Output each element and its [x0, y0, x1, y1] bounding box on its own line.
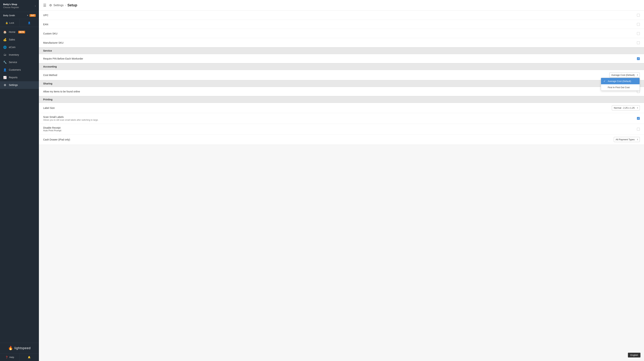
dropdown-option-average[interactable]: ✓ Average Cost (Default) [601, 78, 640, 84]
notifications-button[interactable]: 🔔 [20, 354, 39, 361]
help-button[interactable]: ❓ Help [0, 354, 20, 361]
sidebar-item-label-settings: Settings [9, 84, 18, 86]
sidebar-logo: 🔥 lightspeed [0, 343, 39, 353]
cost-method-value: Average Cost (Default) [611, 74, 635, 76]
section-header-accounting: Accounting [39, 63, 644, 70]
lock-icon: 🔒 [5, 21, 8, 24]
control-manufacturer-sku [637, 41, 640, 44]
row-custom-sku: Custom SKU [39, 29, 644, 38]
switch-button[interactable]: 👤 [20, 19, 39, 27]
row-manufacturer-sku: Manufacturer SKU [39, 38, 644, 47]
label-cash-drawer: Cash Drawer (iPad only) [43, 138, 614, 141]
settings-gear-icon: ⚙ [49, 3, 52, 7]
checkbox-ean[interactable] [637, 23, 640, 26]
help-label: Help [9, 356, 14, 359]
hamburger-menu[interactable]: ☰ [43, 3, 46, 7]
help-icon: ❓ [5, 356, 8, 359]
sidebar-item-home[interactable]: 🏠 Home BETA [0, 28, 39, 36]
cost-method-dropdown: ✓ Average Cost (Default) First In First … [601, 78, 640, 91]
scan-small-title: Scan Small Labels [43, 116, 637, 118]
lightspeed-logo: 🔥 lightspeed [8, 346, 30, 351]
sidebar-item-service[interactable]: 🔧 Service [0, 58, 39, 66]
control-label-size: Normal - 2.25 x 1.25 [612, 105, 640, 110]
sidebar-lock-row: 🔒 Lock 👤 [0, 19, 39, 27]
control-ean [637, 23, 640, 26]
control-disable-receipt [637, 128, 640, 131]
sidebar-item-reports[interactable]: 📈 Reports [0, 74, 39, 81]
section-header-printing: Printing [39, 96, 644, 103]
sidebar-item-label-reports: Reports [9, 76, 18, 79]
breadcrumb-settings[interactable]: Settings [54, 4, 64, 7]
label-custom-sku: Custom SKU [43, 32, 637, 35]
sidebar-item-label-customers: Customers [9, 68, 21, 71]
flame-icon: 🔥 [8, 346, 13, 351]
section-label-sharing: Sharing [43, 82, 52, 85]
lock-button[interactable]: 🔒 Lock [0, 19, 20, 27]
breadcrumb: ⚙ Settings › Setup [49, 3, 77, 7]
disable-receipt-subtitle: Auto Print Prompt [43, 129, 637, 132]
user-name: Betty Smith [3, 14, 26, 17]
sidebar: Betty's Shop Choose Register › Betty Smi… [0, 0, 39, 361]
checkbox-disable-receipt[interactable] [637, 128, 640, 131]
sidebar-item-sales[interactable]: 💰 Sales [0, 36, 39, 43]
sidebar-item-customers[interactable]: 👤 Customers [0, 66, 39, 74]
sidebar-item-ecom[interactable]: 🌐 eCom [0, 43, 39, 51]
option-label-fifo: First In First Out Cost [608, 86, 630, 89]
sidebar-header[interactable]: Betty's Shop Choose Register › [0, 0, 39, 12]
service-icon: 🔧 [3, 61, 7, 64]
row-ean: EAN [39, 20, 644, 29]
register-label: Choose Register [3, 6, 19, 9]
check-icon: ✓ [604, 80, 606, 82]
sidebar-bottom: ❓ Help 🔔 [0, 353, 39, 361]
sidebar-item-label-ecom: eCom [9, 46, 16, 49]
control-upc [637, 14, 640, 16]
control-require-pin: ✓ [637, 57, 640, 60]
home-icon: 🏠 [3, 30, 7, 34]
row-require-pin: Require PIN Before Each Workorder ✓ [39, 54, 644, 63]
control-cost-method: Average Cost (Default) ✓ Average Cost (D… [609, 72, 640, 78]
label-cost-method: Cost Method [43, 74, 609, 76]
row-label-size: Label Size Normal - 2.25 x 1.25 [39, 103, 644, 113]
checkbox-custom-sku[interactable] [637, 32, 640, 35]
sidebar-item-inventory[interactable]: 🗂 Inventory [0, 51, 39, 58]
label-ean: EAN [43, 23, 637, 26]
label-size-select[interactable]: Normal - 2.25 x 1.25 [612, 105, 640, 110]
sidebar-user[interactable]: Betty Smith ▾ OUT [0, 12, 39, 19]
main-content: ☰ ⚙ Settings › Setup UPC EAN [39, 0, 644, 361]
label-allow-online: Allow my items to be found online [43, 90, 637, 93]
cash-drawer-select[interactable]: All Payment Types [614, 137, 640, 142]
settings-table: UPC EAN Custom SKU Manufacturer SKU [39, 10, 644, 145]
row-scan-small: Scan Small Labels Allows you to still sc… [39, 113, 644, 124]
label-size-value: Normal - 2.25 x 1.25 [614, 106, 635, 109]
language-badge[interactable]: English [628, 353, 640, 358]
sidebar-item-label-service: Service [9, 61, 17, 64]
control-scan-small: ✓ [637, 117, 640, 120]
reports-icon: 📈 [3, 76, 7, 79]
checkbox-upc[interactable] [637, 14, 640, 16]
sidebar-item-label-sales: Sales [9, 38, 15, 41]
scan-small-desc: Allows you to still scan small labels af… [43, 119, 637, 121]
sidebar-item-label-home: Home [9, 30, 16, 33]
dropdown-option-fifo[interactable]: First In First Out Cost [601, 84, 640, 90]
sidebar-item-label-inventory: Inventory [9, 53, 19, 56]
disable-receipt-title: Disable Receipt [43, 126, 637, 129]
cost-method-select[interactable]: Average Cost (Default) [609, 72, 640, 78]
section-label-service: Service [43, 49, 52, 52]
label-disable-receipt: Disable Receipt Auto Print Prompt [43, 126, 637, 132]
row-upc: UPC [39, 10, 644, 20]
page-title: Setup [67, 3, 77, 7]
sidebar-expand-chevron[interactable]: › [35, 4, 36, 7]
row-disable-receipt: Disable Receipt Auto Print Prompt [39, 124, 644, 134]
checkbox-require-pin[interactable]: ✓ [637, 57, 640, 60]
checkbox-manufacturer-sku[interactable] [637, 41, 640, 44]
checkbox-scan-small[interactable]: ✓ [637, 117, 640, 120]
sidebar-item-settings[interactable]: ⚙ Settings [0, 81, 39, 89]
section-label-printing: Printing [43, 98, 52, 101]
shop-name: Betty's Shop [3, 3, 19, 6]
sidebar-nav: 🏠 Home BETA 💰 Sales 🌐 eCom 🗂 Inventory 🔧… [0, 27, 39, 343]
switch-icon: 👤 [28, 21, 30, 24]
section-label-accounting: Accounting [43, 65, 57, 68]
sales-icon: 💰 [3, 38, 7, 41]
ecom-icon: 🌐 [3, 45, 7, 49]
content-area: UPC EAN Custom SKU Manufacturer SKU [39, 10, 644, 361]
